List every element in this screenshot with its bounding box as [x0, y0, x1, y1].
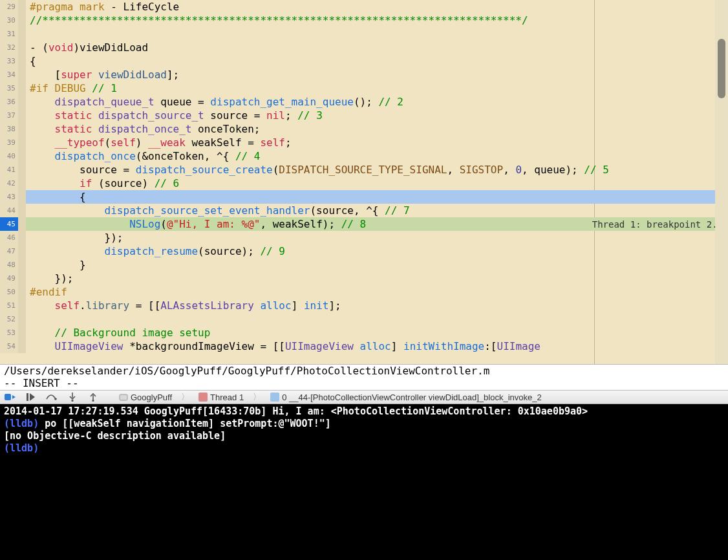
debug-console[interactable]: 2014-01-17 17:27:19.534 GooglyPuff[16433…: [0, 404, 728, 560]
code-text[interactable]: dispatch_once(&onceToken, ^{ // 4: [26, 149, 728, 163]
file-path-bar: /Users/derekselander/iOS/GooglyPuff/Goog…: [0, 364, 728, 377]
code-line[interactable]: 41 source = dispatch_source_create(DISPA…: [0, 163, 728, 177]
code-text[interactable]: // Background image setup: [26, 326, 728, 339]
breadcrumb-thread[interactable]: Thread 1: [198, 393, 244, 402]
code-text[interactable]: dispatch_source_set_event_handler(source…: [26, 204, 728, 217]
line-number[interactable]: 36: [0, 95, 18, 109]
line-number[interactable]: 52: [0, 312, 18, 326]
code-line[interactable]: 48 }: [0, 258, 728, 272]
code-text[interactable]: NSLog(@"Hi, I am: %@", weakSelf); // 8Th…: [26, 217, 728, 231]
code-text[interactable]: {: [26, 190, 728, 204]
code-line[interactable]: 52: [0, 312, 728, 326]
line-number[interactable]: 37: [0, 109, 18, 122]
line-number[interactable]: 51: [0, 299, 18, 312]
code-text[interactable]: dispatch_queue_t queue = dispatch_get_ma…: [26, 95, 728, 109]
svg-point-6: [92, 400, 94, 402]
code-text[interactable]: self.library = [[ALAssetsLibrary alloc] …: [26, 299, 728, 312]
line-number[interactable]: 29: [0, 0, 18, 14]
breadcrumb-thread-label: Thread 1: [210, 393, 244, 402]
code-text[interactable]: #pragma mark - LifeCycle: [26, 0, 728, 14]
thread-icon: [198, 393, 208, 402]
code-line[interactable]: 32- (void)viewDidLoad: [0, 41, 728, 54]
line-number[interactable]: 30: [0, 14, 18, 27]
console-line: (lldb): [4, 442, 724, 455]
code-text[interactable]: static dispatch_source_t source = nil; /…: [26, 109, 728, 122]
code-line[interactable]: 44 dispatch_source_set_event_handler(sou…: [0, 204, 728, 217]
code-text[interactable]: - (void)viewDidLoad: [26, 41, 728, 54]
code-line[interactable]: 36 dispatch_queue_t queue = dispatch_get…: [0, 95, 728, 109]
code-text[interactable]: [super viewDidLoad];: [26, 68, 728, 81]
code-line[interactable]: 49 });: [0, 272, 728, 285]
line-number[interactable]: 49: [0, 272, 18, 285]
code-line[interactable]: 40 dispatch_once(&onceToken, ^{ // 4: [0, 149, 728, 163]
line-number[interactable]: 44: [0, 204, 18, 217]
code-line[interactable]: 34 [super viewDidLoad];: [0, 68, 728, 81]
breadcrumb-frame[interactable]: 0 __44-[PhotoCollectionViewController vi…: [270, 393, 542, 402]
code-text[interactable]: if (source) // 6: [26, 177, 728, 190]
chevron-right-icon: 〉: [252, 391, 262, 403]
code-line[interactable]: 38 static dispatch_once_t onceToken;: [0, 122, 728, 136]
code-text[interactable]: UIImageView *backgroundImageView = [[UII…: [26, 339, 728, 353]
step-into-button[interactable]: [66, 392, 79, 402]
code-text[interactable]: source = dispatch_source_create(DISPATCH…: [26, 163, 728, 177]
line-number[interactable]: 50: [0, 285, 18, 299]
code-line[interactable]: 53 // Background image setup: [0, 326, 728, 339]
line-number[interactable]: 43: [0, 190, 18, 204]
scrollbar-vertical[interactable]: [715, 0, 728, 364]
line-number[interactable]: 38: [0, 122, 18, 136]
code-line[interactable]: 39 __typeof(self) __weak weakSelf = self…: [0, 136, 728, 149]
line-number[interactable]: 54: [0, 339, 18, 353]
code-line[interactable]: 33{: [0, 54, 728, 68]
line-number[interactable]: 35: [0, 81, 18, 95]
code-line[interactable]: 42 if (source) // 6: [0, 177, 728, 190]
code-text[interactable]: {: [26, 54, 728, 68]
code-line[interactable]: 46 });: [0, 231, 728, 244]
code-text[interactable]: });: [26, 272, 728, 285]
code-line[interactable]: 30//************************************…: [0, 14, 728, 27]
code-line[interactable]: 54 UIImageView *backgroundImageView = [[…: [0, 339, 728, 353]
gutter-strip: [18, 339, 26, 353]
scrollbar-thumb[interactable]: [718, 39, 725, 98]
line-number[interactable]: 41: [0, 163, 18, 177]
line-number[interactable]: 40: [0, 149, 18, 163]
code-line[interactable]: 37 static dispatch_source_t source = nil…: [0, 109, 728, 122]
code-text[interactable]: #if DEBUG // 1: [26, 81, 728, 95]
code-line[interactable]: 51 self.library = [[ALAssetsLibrary allo…: [0, 299, 728, 312]
code-text[interactable]: dispatch_resume(source); // 9: [26, 244, 728, 258]
frame-icon: [270, 393, 279, 402]
step-out-button[interactable]: [87, 392, 100, 402]
code-line[interactable]: 47 dispatch_resume(source); // 9: [0, 244, 728, 258]
code-text[interactable]: //**************************************…: [26, 14, 728, 27]
code-editor[interactable]: 29#pragma mark - LifeCycle30//**********…: [0, 0, 728, 364]
code-text[interactable]: }: [26, 258, 728, 272]
breadcrumb-process[interactable]: GooglyPuff: [119, 393, 172, 402]
code-line[interactable]: 43 {: [0, 190, 728, 204]
code-text[interactable]: __typeof(self) __weak weakSelf = self;: [26, 136, 728, 149]
code-line[interactable]: 29#pragma mark - LifeCycle: [0, 0, 728, 14]
line-number[interactable]: 46: [0, 231, 18, 244]
line-number[interactable]: 53: [0, 326, 18, 339]
code-line[interactable]: 50#endif: [0, 285, 728, 299]
line-number[interactable]: 45: [0, 217, 18, 231]
toggle-debug-button[interactable]: [4, 392, 17, 402]
code-text[interactable]: static dispatch_once_t onceToken;: [26, 122, 728, 136]
gutter-strip: [18, 217, 26, 231]
debug-toolbar: GooglyPuff 〉 Thread 1 〉 0 __44-[PhotoCol…: [0, 390, 728, 404]
code-text[interactable]: #endif: [26, 285, 728, 299]
line-number[interactable]: 48: [0, 258, 18, 272]
code-line[interactable]: 35#if DEBUG // 1: [0, 81, 728, 95]
chevron-right-icon: 〉: [180, 391, 191, 403]
line-number[interactable]: 39: [0, 136, 18, 149]
code-line[interactable]: 31: [0, 27, 728, 41]
line-number[interactable]: 31: [0, 27, 18, 41]
line-number[interactable]: 34: [0, 68, 18, 81]
continue-button[interactable]: [25, 392, 37, 402]
line-number[interactable]: 47: [0, 244, 18, 258]
line-number[interactable]: 33: [0, 54, 18, 68]
line-number[interactable]: 42: [0, 177, 18, 190]
step-over-button[interactable]: [45, 392, 58, 402]
code-line[interactable]: 45 NSLog(@"Hi, I am: %@", weakSelf); // …: [0, 217, 728, 231]
gutter-strip: [18, 54, 26, 68]
code-text[interactable]: });: [26, 231, 728, 244]
line-number[interactable]: 32: [0, 41, 18, 54]
